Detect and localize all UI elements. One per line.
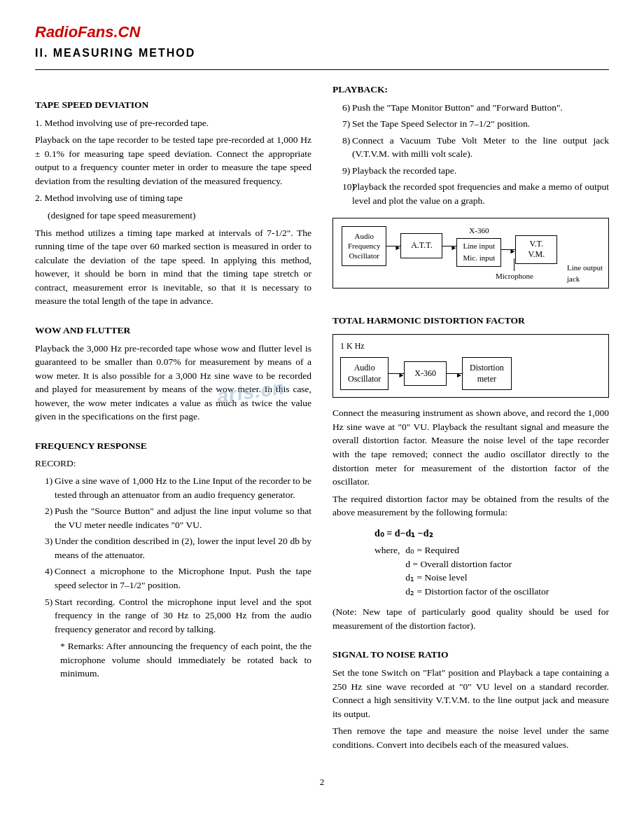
freq-response-section: FREQUENCY RESPONSE RECORD: 1) Give a sin… (35, 439, 312, 681)
freq-record-list: 1) Give a sine wave of 1,000 Hz to the L… (45, 474, 312, 636)
freq-audio-osc-box: AudioFrequencyOscillator (342, 226, 386, 266)
tape-speed-p3: 2. Method involving use of timing tape (35, 191, 312, 205)
playback-title: PLAYBACK: (332, 83, 609, 97)
tape-speed-title: TAPE SPEED DEVIATION (35, 98, 312, 112)
formula-item-2: d₁ = Noise level (405, 571, 549, 585)
freq-item-1: 1) Give a sine wave of 1,000 Hz to the L… (45, 474, 312, 501)
main-content: TAPE SPEED DEVIATION 1. Method involving… (35, 83, 609, 755)
formula-where: where, (374, 543, 400, 598)
signal-noise-p2: Then remove the tape and measure the noi… (332, 724, 609, 751)
header: RadioFans.CN II. MEASURING METHOD (35, 21, 609, 61)
x360-box: Line input Mic. input (456, 238, 501, 267)
total-harmonic-p1: Connect the measuring instrument as show… (332, 406, 609, 488)
playback-section: PLAYBACK: 6) Push the "Tape Monitor Butt… (332, 83, 609, 289)
playback-item-6: 6) Push the "Tape Monitor Button" and "F… (342, 101, 609, 115)
playback-item-9: 9) Playback the recorded tape. (342, 164, 609, 178)
wow-flutter-title: WOW AND FLUTTER (35, 324, 312, 338)
record-label: RECORD: (35, 457, 312, 471)
tape-speed-section: TAPE SPEED DEVIATION 1. Method involving… (35, 98, 312, 308)
page-title: II. MEASURING METHOD (35, 45, 609, 61)
line-output-label: Line outputjack (567, 263, 603, 285)
signal-noise-title: SIGNAL TO NOISE RATIO (332, 648, 609, 662)
dist-x360-box: X-360 (404, 361, 447, 386)
freq-att-box: A.T.T. (400, 233, 442, 258)
logo: RadioFans.CN (35, 21, 609, 43)
divider-top (35, 69, 609, 70)
tape-speed-p4: (designed for tape speed measurement) (48, 209, 312, 223)
formula-item-1: d = Overall distortion factor (405, 557, 549, 571)
tape-speed-p2: Playback on the tape recorder to be test… (35, 133, 312, 188)
formula-block: d₀ = d−d₁ −d₂ where, d₀ = Required d = O… (374, 527, 609, 599)
formula-main: d₀ = d−d₁ −d₂ (374, 527, 609, 541)
signal-noise-p1: Set the tone Switch on "Flat" position a… (332, 666, 609, 721)
freq-diagram: AudioFrequencyOscillator ► A.T.T. (332, 218, 609, 289)
distortion-diagram: 1 K Hz AudioOscillator ► X-360 ► Distort… (332, 334, 609, 398)
mic-label: Microphone (496, 271, 533, 282)
x360-label: X-360 (456, 225, 501, 237)
tape-speed-p5: This method utilizes a timing tape marke… (35, 226, 312, 308)
total-harmonic-note: (Note: New tape of particularly good qua… (332, 605, 609, 632)
total-harmonic-p2: The required distortion factor may be ob… (332, 492, 609, 520)
total-harmonic-title: TOTAL HARMONIC DISTORTION FACTOR (332, 314, 609, 328)
formula-items: d₀ = Required d = Overall distortion fac… (405, 543, 549, 598)
freq-item-2: 2) Push the "Source Button" and adjust t… (45, 504, 312, 531)
freq-item-3: 3) Under the condition described in (2),… (45, 534, 312, 562)
freq-item-5: 5) Start recording. Control the micropho… (45, 595, 312, 637)
dist-audio-osc-box: AudioOscillator (340, 357, 388, 391)
formula-item-3: d₂ = Distortion factor of the oscillator (405, 585, 549, 599)
freq-item-4: 4) Connect a microphone to the Microphon… (45, 564, 312, 592)
playback-item-7: 7) Set the Tape Speed Selector in 7–1/2"… (342, 117, 609, 131)
playback-item-8: 8) Connect a Vacuum Tube Volt Meter to t… (342, 134, 609, 161)
wow-flutter-section: WOW AND FLUTTER Playback the 3,000 Hz pr… (35, 324, 312, 424)
left-column: TAPE SPEED DEVIATION 1. Method involving… (35, 83, 312, 755)
playback-item-10: 10) Playback the recorded spot frequenci… (342, 180, 609, 207)
freq-remark: * Remarks: After announcing the frequenc… (60, 639, 312, 681)
total-harmonic-section: TOTAL HARMONIC DISTORTION FACTOR 1 K Hz … (332, 314, 609, 633)
right-column: PLAYBACK: 6) Push the "Tape Monitor Butt… (332, 83, 609, 755)
distortion-meter-box: Distortionmeter (462, 357, 512, 391)
playback-list: 6) Push the "Tape Monitor Button" and "F… (342, 101, 609, 208)
page-number: 2 (35, 776, 609, 789)
signal-noise-section: SIGNAL TO NOISE RATIO Set the tone Switc… (332, 648, 609, 751)
freq-response-title: FREQUENCY RESPONSE (35, 439, 312, 453)
mic-connector: Microphone (496, 258, 533, 282)
wow-flutter-p: Playback the 3,000 Hz pre-recorded tape … (35, 342, 312, 424)
dist-1khz-label: 1 K Hz (340, 340, 601, 352)
formula-item-0: d₀ = Required (405, 543, 549, 557)
tape-speed-p1: 1. Method involving use of pre-recorded … (35, 116, 312, 130)
